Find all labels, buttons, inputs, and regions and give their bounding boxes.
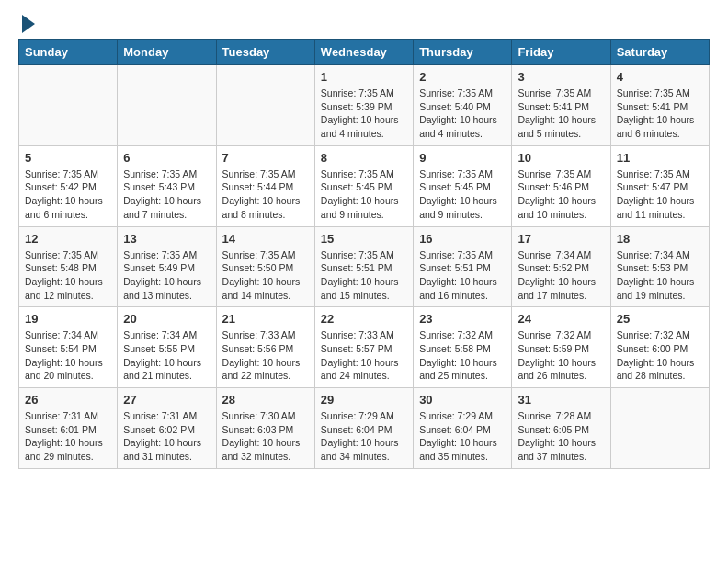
calendar-cell: 27Sunrise: 7:31 AMSunset: 6:02 PMDayligh… (118, 388, 216, 469)
day-info: Sunrise: 7:35 AMSunset: 5:49 PMDaylight:… (123, 248, 210, 303)
day-info: Sunrise: 7:35 AMSunset: 5:50 PMDaylight:… (222, 248, 309, 303)
weekday-header-friday: Friday (512, 40, 610, 65)
day-info: Sunrise: 7:31 AMSunset: 6:01 PMDaylight:… (25, 409, 111, 464)
calendar-week-row: 1Sunrise: 7:35 AMSunset: 5:39 PMDaylight… (19, 65, 710, 146)
logo (18, 18, 35, 29)
header (18, 18, 710, 29)
calendar-cell: 13Sunrise: 7:35 AMSunset: 5:49 PMDayligh… (118, 226, 216, 307)
weekday-header-monday: Monday (118, 40, 216, 65)
day-number: 17 (518, 232, 604, 246)
day-number: 13 (123, 232, 210, 246)
day-info: Sunrise: 7:29 AMSunset: 6:04 PMDaylight:… (321, 409, 407, 464)
calendar-cell: 12Sunrise: 7:35 AMSunset: 5:48 PMDayligh… (19, 226, 118, 307)
day-info: Sunrise: 7:34 AMSunset: 5:53 PMDaylight:… (617, 248, 703, 303)
day-number: 3 (518, 70, 604, 84)
calendar-cell: 29Sunrise: 7:29 AMSunset: 6:04 PMDayligh… (314, 388, 413, 469)
calendar-cell: 26Sunrise: 7:31 AMSunset: 6:01 PMDayligh… (19, 388, 118, 469)
weekday-header-thursday: Thursday (414, 40, 512, 65)
day-number: 22 (321, 312, 407, 326)
calendar-cell: 30Sunrise: 7:29 AMSunset: 6:04 PMDayligh… (414, 388, 512, 469)
calendar-cell: 10Sunrise: 7:35 AMSunset: 5:46 PMDayligh… (512, 145, 610, 226)
day-number: 4 (617, 70, 703, 84)
day-number: 30 (419, 393, 506, 407)
day-info: Sunrise: 7:30 AMSunset: 6:03 PMDaylight:… (222, 409, 309, 464)
day-number: 16 (419, 232, 506, 246)
calendar-cell: 22Sunrise: 7:33 AMSunset: 5:57 PMDayligh… (314, 307, 413, 388)
day-info: Sunrise: 7:35 AMSunset: 5:47 PMDaylight:… (617, 167, 703, 222)
calendar-cell (19, 65, 118, 146)
calendar-cell: 1Sunrise: 7:35 AMSunset: 5:39 PMDaylight… (314, 65, 413, 146)
day-number: 21 (222, 312, 309, 326)
day-info: Sunrise: 7:32 AMSunset: 6:00 PMDaylight:… (617, 328, 703, 383)
calendar-cell (610, 388, 709, 469)
day-info: Sunrise: 7:35 AMSunset: 5:39 PMDaylight:… (321, 86, 407, 141)
day-number: 7 (222, 151, 309, 165)
day-info: Sunrise: 7:35 AMSunset: 5:43 PMDaylight:… (123, 167, 210, 222)
day-info: Sunrise: 7:35 AMSunset: 5:45 PMDaylight:… (321, 167, 407, 222)
day-info: Sunrise: 7:35 AMSunset: 5:48 PMDaylight:… (25, 248, 111, 303)
day-info: Sunrise: 7:35 AMSunset: 5:42 PMDaylight:… (25, 167, 111, 222)
calendar-cell: 25Sunrise: 7:32 AMSunset: 6:00 PMDayligh… (610, 307, 709, 388)
day-number: 8 (321, 151, 407, 165)
day-number: 25 (617, 312, 703, 326)
day-number: 31 (518, 393, 604, 407)
calendar-table: SundayMondayTuesdayWednesdayThursdayFrid… (18, 39, 710, 469)
day-info: Sunrise: 7:34 AMSunset: 5:54 PMDaylight:… (25, 328, 111, 383)
calendar-cell: 24Sunrise: 7:32 AMSunset: 5:59 PMDayligh… (512, 307, 610, 388)
day-number: 26 (25, 393, 111, 407)
calendar-cell: 6Sunrise: 7:35 AMSunset: 5:43 PMDaylight… (118, 145, 216, 226)
calendar-cell: 28Sunrise: 7:30 AMSunset: 6:03 PMDayligh… (216, 388, 314, 469)
calendar-cell: 17Sunrise: 7:34 AMSunset: 5:52 PMDayligh… (512, 226, 610, 307)
day-info: Sunrise: 7:35 AMSunset: 5:41 PMDaylight:… (617, 86, 703, 141)
calendar-cell: 16Sunrise: 7:35 AMSunset: 5:51 PMDayligh… (414, 226, 512, 307)
calendar-cell: 9Sunrise: 7:35 AMSunset: 5:45 PMDaylight… (414, 145, 512, 226)
day-info: Sunrise: 7:34 AMSunset: 5:55 PMDaylight:… (123, 328, 210, 383)
calendar-week-row: 12Sunrise: 7:35 AMSunset: 5:48 PMDayligh… (19, 226, 710, 307)
day-info: Sunrise: 7:35 AMSunset: 5:44 PMDaylight:… (222, 167, 309, 222)
day-number: 1 (321, 70, 407, 84)
day-number: 28 (222, 393, 309, 407)
day-info: Sunrise: 7:32 AMSunset: 5:58 PMDaylight:… (419, 328, 506, 383)
day-info: Sunrise: 7:34 AMSunset: 5:52 PMDaylight:… (518, 248, 604, 303)
calendar-week-row: 5Sunrise: 7:35 AMSunset: 5:42 PMDaylight… (19, 145, 710, 226)
calendar-cell (216, 65, 314, 146)
day-info: Sunrise: 7:33 AMSunset: 5:56 PMDaylight:… (222, 328, 309, 383)
page-container: SundayMondayTuesdayWednesdayThursdayFrid… (0, 0, 728, 478)
calendar-cell: 15Sunrise: 7:35 AMSunset: 5:51 PMDayligh… (314, 226, 413, 307)
calendar-cell: 3Sunrise: 7:35 AMSunset: 5:41 PMDaylight… (512, 65, 610, 146)
day-number: 6 (123, 151, 210, 165)
day-number: 29 (321, 393, 407, 407)
weekday-header-sunday: Sunday (19, 40, 118, 65)
logo-arrow-icon (22, 15, 35, 33)
calendar-header-row: SundayMondayTuesdayWednesdayThursdayFrid… (19, 40, 710, 65)
day-info: Sunrise: 7:35 AMSunset: 5:40 PMDaylight:… (419, 86, 506, 141)
day-number: 5 (25, 151, 111, 165)
calendar-cell: 2Sunrise: 7:35 AMSunset: 5:40 PMDaylight… (414, 65, 512, 146)
day-number: 10 (518, 151, 604, 165)
weekday-header-saturday: Saturday (610, 40, 709, 65)
day-number: 24 (518, 312, 604, 326)
weekday-header-wednesday: Wednesday (314, 40, 413, 65)
calendar-cell: 21Sunrise: 7:33 AMSunset: 5:56 PMDayligh… (216, 307, 314, 388)
calendar-week-row: 26Sunrise: 7:31 AMSunset: 6:01 PMDayligh… (19, 388, 710, 469)
day-number: 27 (123, 393, 210, 407)
day-info: Sunrise: 7:35 AMSunset: 5:51 PMDaylight:… (321, 248, 407, 303)
day-number: 19 (25, 312, 111, 326)
calendar-cell: 11Sunrise: 7:35 AMSunset: 5:47 PMDayligh… (610, 145, 709, 226)
calendar-cell: 20Sunrise: 7:34 AMSunset: 5:55 PMDayligh… (118, 307, 216, 388)
day-info: Sunrise: 7:35 AMSunset: 5:41 PMDaylight:… (518, 86, 604, 141)
day-info: Sunrise: 7:29 AMSunset: 6:04 PMDaylight:… (419, 409, 506, 464)
calendar-week-row: 19Sunrise: 7:34 AMSunset: 5:54 PMDayligh… (19, 307, 710, 388)
day-number: 9 (419, 151, 506, 165)
day-info: Sunrise: 7:35 AMSunset: 5:45 PMDaylight:… (419, 167, 506, 222)
calendar-cell: 23Sunrise: 7:32 AMSunset: 5:58 PMDayligh… (414, 307, 512, 388)
calendar-cell: 7Sunrise: 7:35 AMSunset: 5:44 PMDaylight… (216, 145, 314, 226)
day-number: 23 (419, 312, 506, 326)
day-number: 18 (617, 232, 703, 246)
weekday-header-tuesday: Tuesday (216, 40, 314, 65)
day-number: 12 (25, 232, 111, 246)
day-number: 2 (419, 70, 506, 84)
calendar-cell: 4Sunrise: 7:35 AMSunset: 5:41 PMDaylight… (610, 65, 709, 146)
day-number: 20 (123, 312, 210, 326)
calendar-cell: 31Sunrise: 7:28 AMSunset: 6:05 PMDayligh… (512, 388, 610, 469)
